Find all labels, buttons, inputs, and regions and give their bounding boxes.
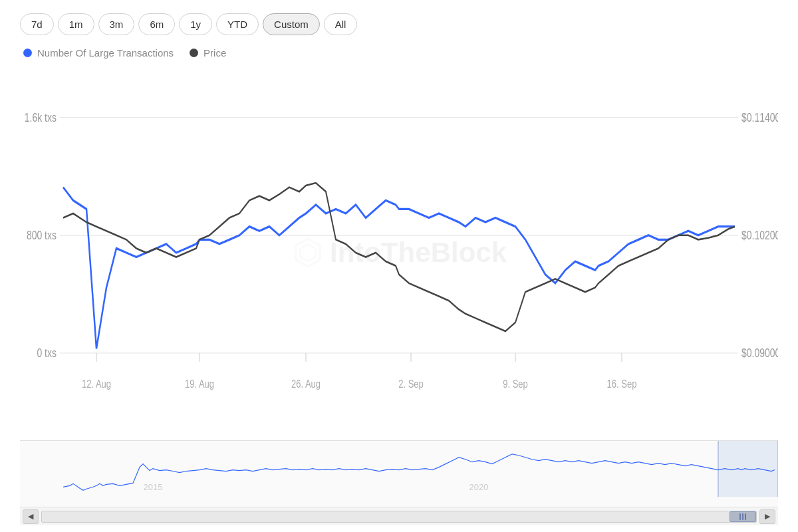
scroll-thumb[interactable] [730, 511, 756, 522]
svg-text:16. Sep: 16. Sep [607, 378, 637, 390]
scroll-right-button[interactable]: ▶ [759, 509, 775, 524]
svg-text:$0.090000: $0.090000 [741, 346, 778, 360]
svg-text:2. Sep: 2. Sep [398, 378, 424, 390]
svg-text:800 txs: 800 txs [27, 228, 57, 241]
scrollbar: ◀ ▶ [20, 507, 778, 525]
svg-text:9. Sep: 9. Sep [503, 378, 528, 390]
svg-text:12. Aug: 12. Aug [82, 378, 111, 390]
time-btn-6m[interactable]: 6m [138, 13, 175, 35]
navigator-svg: 2015 2020 [20, 441, 778, 507]
svg-text:0 txs: 0 txs [37, 346, 57, 360]
navigator: 2015 2020 [20, 440, 778, 507]
svg-text:1.6k txs: 1.6k txs [25, 110, 57, 124]
app-container: 7d1m3m6m1yYTDCustomAll Number Of Large T… [0, 0, 798, 532]
legend-dot-transactions [23, 49, 32, 57]
svg-text:2015: 2015 [144, 482, 163, 492]
time-btn-custom[interactable]: Custom [263, 13, 320, 35]
svg-text:26. Aug: 26. Aug [291, 378, 321, 390]
scroll-thumb-grip [739, 513, 746, 520]
svg-text:19. Aug: 19. Aug [185, 378, 214, 390]
scroll-left-button[interactable]: ◀ [23, 509, 39, 524]
transactions-line [63, 188, 735, 349]
time-btn-1y[interactable]: 1y [179, 13, 212, 35]
main-chart-svg: 1.6k txs 800 txs 0 txs $0.114000 $0.1020… [20, 65, 778, 440]
price-line [63, 183, 735, 331]
chart-wrapper: IntoTheBlock 1.6k txs 800 txs 0 txs $0.1… [20, 65, 778, 525]
time-btn-7d[interactable]: 7d [20, 13, 54, 35]
grip-line-2 [742, 513, 743, 520]
svg-text:2020: 2020 [469, 482, 489, 492]
legend-price: Price [190, 47, 226, 59]
legend-label-transactions: Number Of Large Transactions [37, 47, 174, 59]
time-btn-all[interactable]: All [324, 13, 358, 35]
time-btn-ytd[interactable]: YTD [216, 13, 259, 35]
scroll-track[interactable] [41, 511, 757, 523]
time-range-buttons: 7d1m3m6m1yYTDCustomAll [20, 13, 778, 35]
time-btn-1m[interactable]: 1m [58, 13, 94, 35]
svg-text:$0.114000: $0.114000 [741, 110, 778, 124]
svg-text:$0.102000: $0.102000 [741, 228, 778, 241]
chart-legend: Number Of Large Transactions Price [20, 47, 778, 59]
grip-line-3 [745, 513, 746, 520]
time-btn-3m[interactable]: 3m [98, 13, 135, 35]
grip-line-1 [739, 513, 741, 520]
legend-dot-price [190, 49, 198, 57]
legend-transactions: Number Of Large Transactions [23, 47, 174, 59]
legend-label-price: Price [203, 47, 226, 59]
main-chart-area: IntoTheBlock 1.6k txs 800 txs 0 txs $0.1… [20, 65, 778, 440]
